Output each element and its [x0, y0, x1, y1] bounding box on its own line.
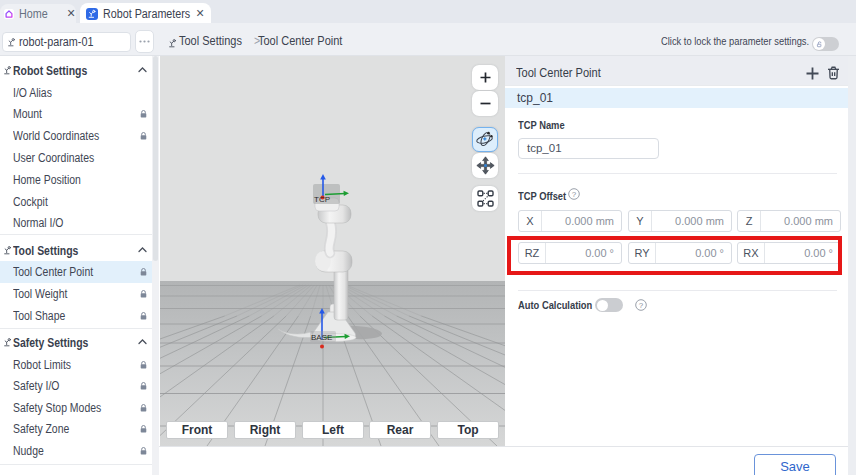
- svg-text:?: ?: [572, 190, 577, 199]
- svg-text:TCP: TCP: [314, 195, 330, 204]
- svg-text:BASE: BASE: [311, 333, 332, 342]
- svg-text:?: ?: [639, 301, 644, 310]
